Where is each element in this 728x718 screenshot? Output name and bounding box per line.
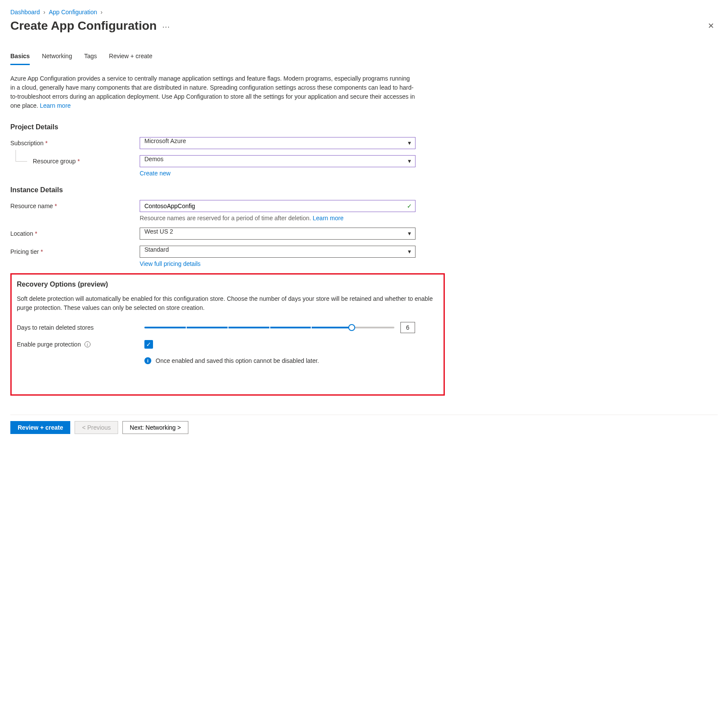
more-icon[interactable]: ⋯ <box>162 21 170 31</box>
heading-recovery: Recovery Options (preview) <box>17 281 438 288</box>
recovery-description: Soft delete protection will automaticall… <box>17 294 438 312</box>
next-networking-button[interactable]: Next: Networking > <box>122 421 188 434</box>
recovery-options-section: Recovery Options (preview) Soft delete p… <box>10 273 445 396</box>
review-create-button[interactable]: Review + create <box>10 421 70 434</box>
resource-name-learn-more-link[interactable]: Learn more <box>313 215 344 222</box>
pricing-tier-select[interactable]: Standard <box>140 246 416 258</box>
info-filled-icon: i <box>144 357 151 364</box>
create-new-rg-link[interactable]: Create new <box>140 170 171 177</box>
breadcrumb-appconfig[interactable]: App Configuration <box>49 9 97 16</box>
view-pricing-link[interactable]: View full pricing details <box>140 260 200 267</box>
slider-thumb[interactable] <box>348 324 355 331</box>
breadcrumb: Dashboard › App Configuration › <box>10 9 718 16</box>
label-pricing-tier: Pricing tier* <box>10 248 140 255</box>
heading-project-details: Project Details <box>10 123 459 131</box>
purge-warning-text: Once enabled and saved this option canno… <box>156 357 319 364</box>
location-select[interactable]: West US 2 <box>140 228 416 240</box>
tab-review[interactable]: Review + create <box>109 50 153 65</box>
label-resource-name: Resource name* <box>10 203 140 209</box>
subscription-select[interactable]: Microsoft Azure <box>140 137 416 149</box>
purge-protection-checkbox[interactable]: ✓ <box>144 340 153 349</box>
label-days-retain: Days to retain deleted stores <box>17 324 144 331</box>
retention-days-value[interactable]: 6 <box>400 322 415 333</box>
retention-days-slider[interactable] <box>144 327 394 328</box>
purge-warning-row: i Once enabled and saved this option can… <box>144 357 438 364</box>
close-icon[interactable]: ✕ <box>704 19 718 32</box>
chevron-right-icon: › <box>100 9 103 16</box>
tab-basics[interactable]: Basics <box>10 50 30 65</box>
chevron-right-icon: › <box>44 9 46 16</box>
intro-learn-more-link[interactable]: Learn more <box>40 102 71 109</box>
previous-button: < Previous <box>75 421 118 434</box>
tabs: Basics Networking Tags Review + create <box>10 50 459 66</box>
resource-name-helper: Resource names are reserved for a period… <box>140 215 459 222</box>
label-location: Location* <box>10 230 140 237</box>
info-icon[interactable]: i <box>84 341 91 347</box>
resource-group-select[interactable]: Demos <box>140 155 416 167</box>
label-resource-group: Resource group* <box>10 158 140 165</box>
label-enable-purge: Enable purge protection i <box>17 341 144 348</box>
intro-text: Azure App Configuration provides a servi… <box>10 74 416 110</box>
resource-name-input[interactable] <box>140 200 416 212</box>
page-title: Create App Configuration <box>10 19 157 33</box>
tab-tags[interactable]: Tags <box>84 50 97 65</box>
footer-actions: Review + create < Previous Next: Network… <box>10 415 718 440</box>
label-subscription: Subscription* <box>10 140 140 147</box>
tab-networking[interactable]: Networking <box>42 50 72 65</box>
breadcrumb-dashboard[interactable]: Dashboard <box>10 9 40 16</box>
heading-instance-details: Instance Details <box>10 186 459 194</box>
